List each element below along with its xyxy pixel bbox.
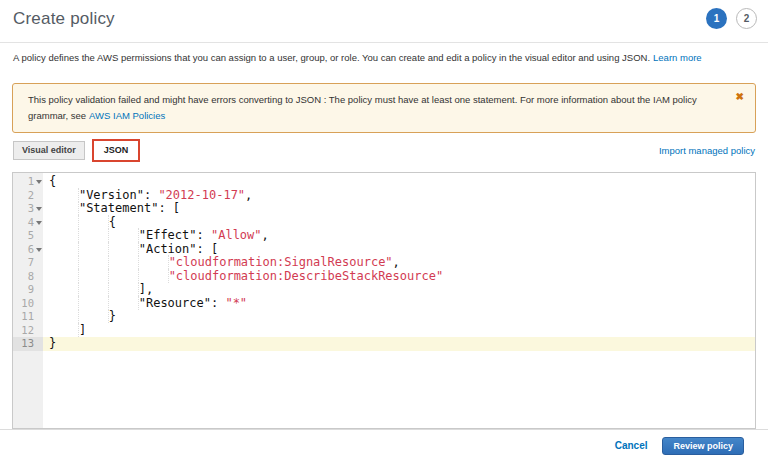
code-text: "Effect": "Allow", (43, 229, 755, 243)
cancel-button[interactable]: Cancel (615, 440, 648, 451)
code-text: { (43, 175, 755, 189)
editor-line-7[interactable]: 7 "cloudformation:SignalResource", (13, 256, 755, 270)
code-text: } (43, 337, 755, 351)
validation-alert: This policy validation failed and might … (12, 83, 756, 133)
footer-bar: Cancel Review policy (0, 429, 768, 461)
editor-line-11[interactable]: 11 } (13, 310, 755, 324)
code-text: { (43, 216, 755, 230)
line-number: 2 (13, 189, 43, 203)
editor-line-12[interactable]: 12 ] (13, 324, 755, 338)
intro-description: A policy defines the AWS permissions tha… (13, 52, 650, 63)
fold-caret-icon[interactable] (36, 221, 42, 225)
editor-line-13[interactable]: 13} (13, 337, 755, 351)
code-text: "Version": "2012-10-17", (43, 189, 755, 203)
line-number: 3 (13, 202, 43, 216)
line-number: 9 (13, 283, 43, 297)
learn-more-link[interactable]: Learn more (653, 52, 702, 63)
editor-line-8[interactable]: 8 "cloudformation:DescribeStackResource" (13, 270, 755, 284)
line-number: 7 (13, 256, 43, 270)
code-text: "Action": [ (43, 243, 755, 257)
line-number: 10 (13, 297, 43, 311)
title-divider (0, 42, 768, 43)
line-number: 1 (13, 175, 43, 189)
fold-caret-icon[interactable] (36, 180, 42, 184)
editor-line-9[interactable]: 9 ], (13, 283, 755, 297)
code-text: "Resource": "*" (43, 297, 755, 311)
code-text: } (43, 310, 755, 324)
code-text: "cloudformation:SignalResource", (43, 256, 755, 270)
step-indicator: 1 2 (706, 8, 757, 29)
editor-line-2[interactable]: 2 "Version": "2012-10-17", (13, 189, 755, 203)
line-number: 8 (13, 270, 43, 284)
page-title: Create policy (13, 9, 115, 29)
line-number: 12 (13, 324, 43, 338)
review-policy-button[interactable]: Review policy (662, 437, 744, 455)
import-managed-policy-link[interactable]: Import managed policy (659, 145, 755, 156)
alert-close-icon[interactable]: ✖ (736, 89, 744, 105)
code-text: "cloudformation:DescribeStackResource" (43, 270, 755, 284)
intro-text: A policy defines the AWS permissions tha… (13, 52, 758, 63)
tab-visual-editor[interactable]: Visual editor (13, 141, 85, 160)
alert-iam-policies-link[interactable]: AWS IAM Policies (89, 110, 165, 121)
editor-line-10[interactable]: 10 "Resource": "*" (13, 297, 755, 311)
json-editor-content[interactable]: 1{2 "Version": "2012-10-17",3 "Statement… (13, 175, 755, 351)
line-number: 6 (13, 243, 43, 257)
editor-line-4[interactable]: 4 { (13, 216, 755, 230)
code-text: ], (43, 283, 755, 297)
line-number: 11 (13, 310, 43, 324)
editor-line-5[interactable]: 5 "Effect": "Allow", (13, 229, 755, 243)
editor-line-1[interactable]: 1{ (13, 175, 755, 189)
step-2-indicator[interactable]: 2 (736, 8, 757, 29)
create-policy-page: Create policy 1 2 A policy defines the A… (0, 0, 768, 461)
line-number: 13 (13, 337, 43, 351)
editor-line-6[interactable]: 6 "Action": [ (13, 243, 755, 257)
code-text: ] (43, 324, 755, 338)
line-number: 4 (13, 216, 43, 230)
editor-tabs: Visual editor JSON (13, 141, 138, 160)
fold-caret-icon[interactable] (36, 248, 42, 252)
step-1-indicator[interactable]: 1 (706, 8, 727, 29)
json-policy-editor[interactable]: 1{2 "Version": "2012-10-17",3 "Statement… (12, 172, 756, 429)
fold-caret-icon[interactable] (36, 207, 42, 211)
code-text: "Statement": [ (43, 202, 755, 216)
line-number: 5 (13, 229, 43, 243)
editor-line-3[interactable]: 3 "Statement": [ (13, 202, 755, 216)
tab-json[interactable]: JSON (94, 141, 139, 160)
